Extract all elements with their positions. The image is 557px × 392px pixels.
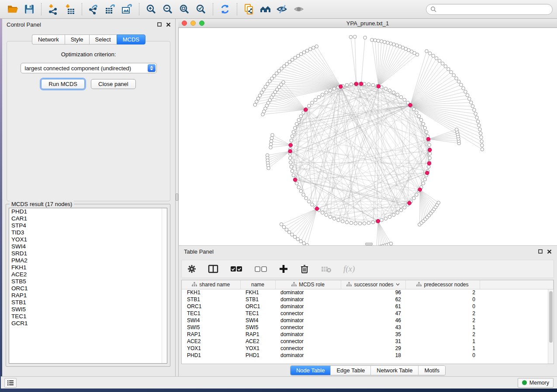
mcds-result-item[interactable]: SRD1 xyxy=(9,250,167,257)
column-header-mcds-role[interactable]: MCDS role xyxy=(275,280,341,289)
tab-network-table[interactable]: Network Table xyxy=(370,366,418,375)
add-column-icon[interactable] xyxy=(279,264,288,274)
mcds-result-item[interactable]: SWI5 xyxy=(9,306,167,313)
open-file-icon[interactable] xyxy=(4,2,21,17)
table-cell: ORC1 xyxy=(240,303,275,310)
hide-selected-icon[interactable] xyxy=(274,2,291,17)
apply-layout-icon[interactable] xyxy=(217,2,233,17)
float-panel-icon[interactable] xyxy=(538,249,543,254)
column-header-shared-name[interactable]: shared name xyxy=(182,280,240,289)
select-all-checkbox-icon[interactable] xyxy=(230,264,243,274)
table-cell: connector xyxy=(275,310,341,317)
table-row[interactable]: STB1STB1dominator620 xyxy=(182,296,554,303)
network-window-titlebar[interactable]: YPA_prune.txt_1 xyxy=(178,19,557,28)
table-row[interactable]: SWI4SWI4dominator462 xyxy=(182,317,554,324)
mcds-result-item[interactable]: RAP1 xyxy=(9,292,167,299)
zoom-in-icon[interactable] xyxy=(143,2,159,17)
table-cell: 1 xyxy=(405,345,480,352)
close-panel-icon[interactable] xyxy=(547,249,552,254)
table-cell: YOX1 xyxy=(240,345,275,352)
float-panel-icon[interactable] xyxy=(157,22,162,27)
mcds-result-item[interactable]: ACE2 xyxy=(9,271,167,278)
zoom-selected-icon[interactable] xyxy=(193,2,209,17)
table-row[interactable]: ORC1ORC1dominator610 xyxy=(182,303,554,310)
table-cell: 0 xyxy=(405,352,480,359)
table-row[interactable]: PHD1PHD1dominator180 xyxy=(182,352,554,359)
delete-column-icon[interactable] xyxy=(300,264,309,274)
import-network-icon[interactable] xyxy=(45,2,62,17)
new-network-from-selection-icon[interactable] xyxy=(241,2,257,17)
import-table-icon[interactable] xyxy=(62,2,78,17)
task-history-button[interactable] xyxy=(4,378,17,388)
search-box[interactable] xyxy=(426,4,553,15)
column-header-label: successor nodes xyxy=(354,282,393,288)
close-panel-button[interactable]: Close panel xyxy=(91,79,136,89)
export-network-icon[interactable] xyxy=(86,2,102,17)
close-panel-icon[interactable] xyxy=(166,22,171,27)
export-table-icon[interactable] xyxy=(102,2,119,17)
table-row[interactable]: FKH1FKH1dominator962 xyxy=(182,289,554,296)
mcds-result-item[interactable]: ORC1 xyxy=(9,285,167,292)
toolbar-separator xyxy=(41,3,42,15)
search-input[interactable] xyxy=(437,6,548,12)
show-all-icon[interactable] xyxy=(291,2,307,17)
mcds-result-item[interactable]: YOX1 xyxy=(9,236,167,243)
table-cell: dominator xyxy=(275,352,341,359)
column-header-successor-nodes[interactable]: successor nodes xyxy=(341,280,405,289)
table-cell: dominator xyxy=(275,303,341,310)
column-settings-icon[interactable] xyxy=(187,264,197,274)
table-cell: YOX1 xyxy=(182,345,240,352)
criterion-dropdown[interactable]: largest connected component (undirected) xyxy=(21,63,157,73)
mcds-result-item[interactable]: TEC1 xyxy=(9,313,167,320)
column-header-predecessor-nodes[interactable]: predecessor nodes xyxy=(405,280,480,289)
table-cell: 1 xyxy=(405,338,480,345)
deselect-all-checkbox-icon[interactable] xyxy=(254,264,267,274)
table-cell: dominator xyxy=(275,296,341,303)
table-cell: FKH1 xyxy=(240,289,275,296)
mcds-result-item[interactable]: GCR1 xyxy=(9,320,167,327)
mcds-result-item[interactable]: PMA2 xyxy=(9,257,167,264)
table-row[interactable]: YOX1YOX1connector291 xyxy=(182,345,554,352)
mcds-result-item[interactable]: STB1 xyxy=(9,299,167,306)
mcds-result-item[interactable]: SWI4 xyxy=(9,243,167,250)
zoom-fit-icon[interactable] xyxy=(176,2,193,17)
run-mcds-button[interactable]: Run MCDS xyxy=(41,79,85,89)
mcds-result-item[interactable]: CAR1 xyxy=(9,215,167,222)
first-neighbors-icon[interactable] xyxy=(257,2,274,17)
tab-select[interactable]: Select xyxy=(89,34,117,45)
function-builder-icon[interactable]: f(x) xyxy=(343,264,355,274)
column-header-name[interactable]: name xyxy=(240,280,275,289)
tab-motifs[interactable]: Motifs xyxy=(418,366,445,375)
table-cell: ACE2 xyxy=(240,338,275,345)
save-session-icon[interactable] xyxy=(21,2,38,17)
mcds-list-scrollbar[interactable] xyxy=(162,208,167,363)
mcds-result-list[interactable]: PHD1CAR1STP4TID3YOX1SWI4SRD1PMA2FKH1ACE2… xyxy=(9,208,167,364)
memory-button[interactable]: Memory xyxy=(518,378,554,388)
network-view-canvas[interactable] xyxy=(178,28,557,245)
horizontal-splitter-grip[interactable] xyxy=(365,243,373,245)
tab-style[interactable]: Style xyxy=(65,34,89,45)
tab-node-table[interactable]: Node Table xyxy=(291,366,331,375)
tab-network[interactable]: Network xyxy=(32,34,65,45)
tab-mcds[interactable]: MCDS xyxy=(117,34,145,45)
mcds-result-item[interactable]: FKH1 xyxy=(9,264,167,271)
split-table-icon[interactable] xyxy=(208,264,218,274)
mcds-result-item[interactable]: STP4 xyxy=(9,222,167,229)
delete-table-icon[interactable] xyxy=(321,264,332,274)
table-row[interactable]: RAP1RAP1dominator352 xyxy=(182,331,554,338)
mcds-result-item[interactable]: PHD1 xyxy=(9,208,167,215)
mcds-result-item[interactable]: TID3 xyxy=(9,229,167,236)
table-cell: 2 xyxy=(405,331,480,338)
export-image-icon[interactable] xyxy=(119,2,135,17)
network-graph[interactable] xyxy=(179,28,557,245)
node-table[interactable]: shared namenameMCDS rolesuccessor nodesp… xyxy=(181,280,554,364)
table-cell: 61 xyxy=(341,303,405,310)
tab-edge-table[interactable]: Edge Table xyxy=(330,366,370,375)
mcds-result-item[interactable]: STB5 xyxy=(9,278,167,285)
zoom-out-icon[interactable] xyxy=(159,2,176,17)
table-scrollbar[interactable] xyxy=(548,289,554,364)
table-row[interactable]: TEC1TEC1connector472 xyxy=(182,310,554,317)
table-scrollbar-thumb[interactable] xyxy=(549,291,553,343)
table-row[interactable]: ACE2ACE2connector311 xyxy=(182,338,554,345)
table-row[interactable]: SWI5SWI5connector431 xyxy=(182,324,554,331)
